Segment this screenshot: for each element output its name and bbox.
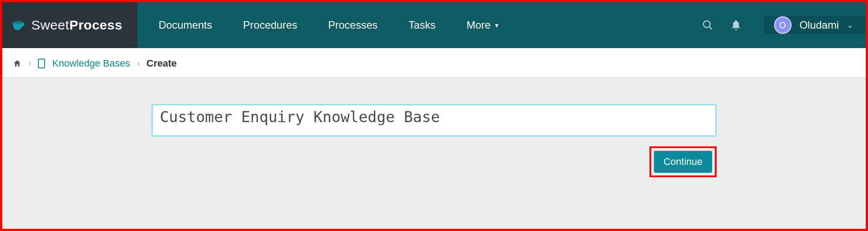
breadcrumb-sep: › xyxy=(29,60,31,67)
cup-icon xyxy=(12,18,27,33)
kb-name-input[interactable] xyxy=(151,104,717,137)
book-icon xyxy=(38,59,45,68)
page-body: Continue xyxy=(2,78,866,229)
continue-button[interactable]: Continue xyxy=(654,151,712,173)
chevron-down-icon: ▾ xyxy=(495,21,498,30)
search-icon[interactable] xyxy=(699,16,717,34)
nav-procedures[interactable]: Procedures xyxy=(243,19,298,31)
bell-icon[interactable] xyxy=(727,16,745,34)
nav-more[interactable]: More ▾ xyxy=(467,19,499,31)
svg-point-0 xyxy=(14,21,23,24)
nav-right: O Oludami ⌄ xyxy=(699,2,866,48)
chevron-down-icon: ⌄ xyxy=(847,20,853,30)
brand-text: SweetProcess xyxy=(31,18,122,33)
user-menu[interactable]: O Oludami ⌄ xyxy=(764,16,866,34)
nav-documents[interactable]: Documents xyxy=(159,19,212,31)
top-nav: SweetProcess Documents Procedures Proces… xyxy=(2,2,866,48)
nav-tasks[interactable]: Tasks xyxy=(408,19,435,31)
home-icon[interactable] xyxy=(13,59,22,68)
nav-links: Documents Procedures Processes Tasks Mor… xyxy=(137,2,698,48)
svg-rect-1 xyxy=(38,59,45,68)
name-input-row xyxy=(151,104,717,138)
nav-processes[interactable]: Processes xyxy=(328,19,377,31)
breadcrumb-current: Create xyxy=(147,58,177,69)
action-row: Continue xyxy=(151,146,717,177)
brand-logo[interactable]: SweetProcess xyxy=(2,2,137,48)
breadcrumb-sep: › xyxy=(137,60,139,67)
user-name: Oludami xyxy=(800,19,839,31)
breadcrumb-knowledge-bases[interactable]: Knowledge Bases xyxy=(52,58,130,69)
breadcrumb: › Knowledge Bases › Create xyxy=(2,48,866,78)
continue-highlight: Continue xyxy=(649,146,717,177)
avatar: O xyxy=(774,16,792,34)
